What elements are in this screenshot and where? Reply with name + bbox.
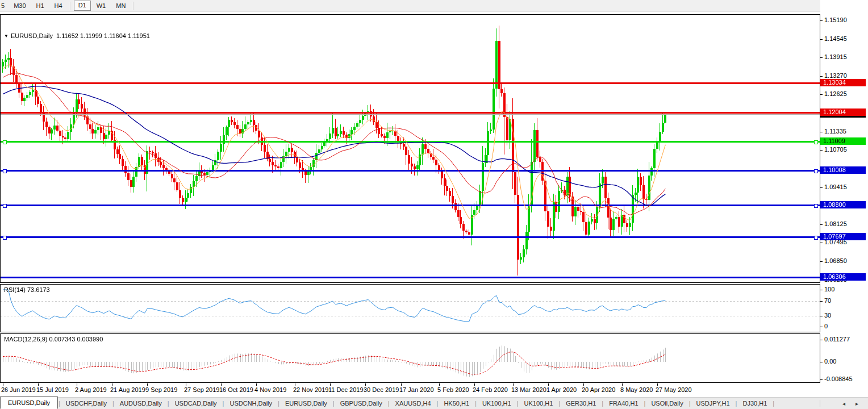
tab-eurusd-daily[interactable]: EURUSD,Daily [280,399,332,408]
date-label: 2 Aug 2019 [75,386,107,393]
tab-usdcad-daily[interactable]: USDCAD,Daily [170,399,222,408]
price-badge-1.11009: 1.11009 [820,137,866,145]
chart-symbol-label: EURUSD,Daily [11,32,53,39]
tab-uk100-h1[interactable]: UK100,H1 [477,399,516,408]
date-tick [657,383,658,386]
price-tick [820,94,823,95]
tab-arrows-separator [820,400,820,407]
tab-fra40-h1[interactable]: FRA40,H1 [604,399,643,408]
date-axis: 26 Jun 201915 Jul 20192 Aug 201921 Aug 2… [0,383,820,396]
date-label: 9 Sep 2019 [145,386,177,393]
main-chart-canvas[interactable] [1,15,820,282]
tab-scroll-right-icon[interactable]: ▸ [850,400,863,407]
chart-tab-bar: EURUSD,Daily|USDCHF,Daily|AUDUSD,Daily|U… [0,397,868,409]
price-tick [820,20,823,21]
timeframe-button-w1[interactable]: W1 [92,1,111,10]
chart-dropdown-icon[interactable]: ▼ [4,34,9,39]
chart-ohlc-values: 1.11652 1.11999 1.11604 1.11951 [56,32,150,39]
tab-audusd-daily[interactable]: AUDUSD,Daily [115,399,167,408]
price-tick [820,132,823,132]
date-tick [439,383,440,386]
macd-pane: MACD(12,26,9) 0.007343 0.003990 [0,333,820,383]
trendline-handle[interactable] [3,140,7,144]
price-badge-1.08800: 1.08800 [820,201,866,208]
timeframe-button-h1[interactable]: H1 [32,1,49,10]
timeframe-button-5[interactable]: 5 [1,1,8,10]
date-label: 8 May 2020 [620,386,653,393]
tab-usoil-daily[interactable]: USOil,Daily [646,399,688,408]
price-axis-label: 1.14545 [824,35,847,42]
date-tick [401,383,402,386]
tab-scroll-left-icon[interactable]: ◂ [837,400,850,407]
macd-axis-label: -0.008845 [824,375,853,382]
trendline-handle[interactable] [814,204,818,208]
tab-ger30-h1[interactable]: GER30,H1 [561,399,601,408]
tab-hk50-h1[interactable]: HK50,H1 [439,399,474,408]
trendline-handle[interactable] [814,169,818,173]
date-tick [38,383,39,386]
price-axis-label: 1.10705 [824,146,847,153]
tab-gbpusd-daily[interactable]: GBPUSD,Daily [335,399,387,408]
rsi-axis-label: 70 [824,297,831,304]
tab-scroll-arrows: ◂▸ [820,400,863,407]
date-tick [295,383,295,386]
timeframe-button-m30[interactable]: M30 [9,1,30,10]
date-tick [548,383,549,386]
timeframe-toolbar: 5M30H1H4D1W1MN [0,0,868,12]
rsi-axis-label: 30 [824,312,831,319]
price-axis-label: 1.15190 [824,16,847,23]
price-axis-label: 1.13270 [824,72,847,79]
trendline-handle[interactable] [3,204,7,208]
trendline-handle[interactable] [814,140,818,144]
price-tick [820,187,823,188]
price-tick [820,76,823,77]
date-label: 13 Mar 2020 [511,386,546,393]
tab-usdchf-daily[interactable]: USDCHF,Daily [61,399,112,408]
tab-eurusd-daily[interactable]: EURUSD,Daily [0,397,58,409]
rsi-pane: RSI(14) 73.6173 [0,284,820,332]
price-badge-1.13034: 1.13034 [820,79,866,86]
price-axis-label: 1.13915 [824,53,847,60]
price-tick [820,150,823,151]
macd-label: MACD(12,26,9) 0.007343 0.003990 [4,336,103,343]
macd-canvas[interactable] [1,334,820,382]
tab-uk100-h1[interactable]: UK100,H1 [519,399,558,408]
date-label: 27 May 2020 [656,386,692,393]
price-tick [820,39,823,40]
date-tick [112,383,112,386]
timeframe-button-mn[interactable]: MN [111,1,130,10]
date-tick [474,383,475,386]
chart-title: ▼EURUSD,Daily 1.11652 1.11999 1.11604 1.… [4,32,150,39]
tab-usdcnh-daily[interactable]: USDCNH,Daily [224,399,277,408]
date-label: 20 Apr 2020 [582,386,615,393]
tab-xauusd-h4[interactable]: XAUUSD,H4 [390,399,436,408]
rsi-tick [820,327,823,327]
date-tick [330,383,331,386]
date-label: 4 Nov 2019 [254,386,286,393]
date-label: 22 Nov 2019 [293,386,328,393]
date-tick [256,383,257,386]
tab-usdjpy-h1[interactable]: USDJPY,H1 [691,399,735,408]
date-label: 27 Sep 2019 [184,386,219,393]
date-tick [513,383,514,386]
macd-tick [820,362,823,362]
trendline-handle[interactable] [814,236,818,240]
price-badge-1.06306: 1.06306 [820,273,866,281]
date-label: 1 Apr 2020 [546,386,577,393]
price-tick [820,224,823,225]
tab-dj30-h1[interactable]: DJ30,H1 [737,399,772,408]
date-label: 30 Dec 2019 [364,386,399,393]
trendline-handle[interactable] [3,236,7,240]
pane-splitter[interactable] [0,332,820,334]
main-chart-pane: ▼EURUSD,Daily 1.11652 1.11999 1.11604 1.… [0,14,820,283]
rsi-axis-label: 100 [824,286,834,293]
macd-tick [820,340,823,340]
trendline-handle[interactable] [3,169,7,173]
pane-splitter[interactable] [0,282,820,285]
timeframe-button-d1[interactable]: D1 [74,1,91,11]
date-label: 17 Jan 2020 [399,386,434,393]
timeframe-button-h4[interactable]: H4 [50,1,67,10]
rsi-canvas[interactable] [1,285,820,332]
price-badge-1.07697: 1.07697 [820,233,866,240]
price-tick [820,261,823,262]
